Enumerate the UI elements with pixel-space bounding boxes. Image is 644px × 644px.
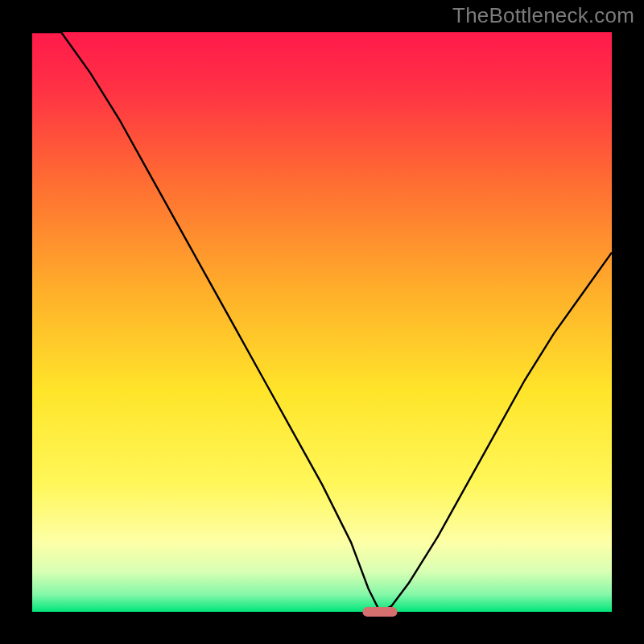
minimum-marker bbox=[362, 607, 397, 617]
chart-container: TheBottleneck.com bbox=[0, 0, 644, 644]
watermark-label: TheBottleneck.com bbox=[452, 3, 634, 28]
bottleneck-chart bbox=[0, 0, 644, 644]
